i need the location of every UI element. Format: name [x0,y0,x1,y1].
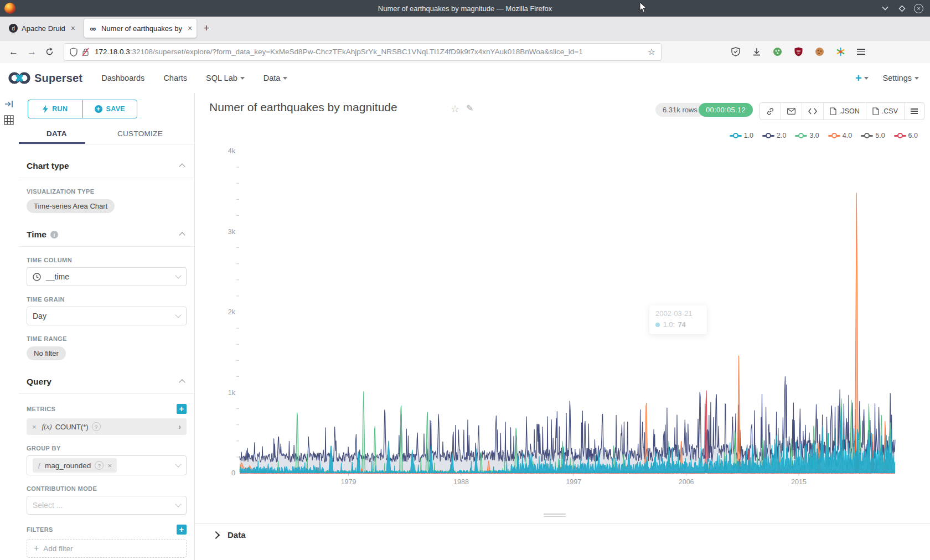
settings-menu[interactable]: Settings [883,74,919,82]
cookie-extension-icon[interactable] [815,47,824,56]
row-count-badge: 6.31k rows [655,103,705,117]
chevron-down-icon [283,77,287,80]
window-minimize-button[interactable] [881,4,890,13]
link-icon [766,107,774,116]
copy-link-button[interactable] [760,103,781,120]
svg-text:1k: 1k [228,389,236,397]
nav-item-charts[interactable]: Charts [163,74,187,82]
extension-green-icon[interactable] [773,47,782,56]
downloads-icon[interactable] [752,47,761,56]
dataset-grid-icon[interactable] [4,115,14,125]
collapse-panel-icon[interactable] [4,100,14,108]
section-query[interactable]: Query [27,376,187,388]
url-address-field[interactable]: 172.18.0.3:32108/superset/explore/?form_… [64,43,662,61]
save-button[interactable]: + SAVE [83,100,137,118]
browser-tab-druid[interactable]: d Apache Druid × [4,19,80,38]
ublock-shield-icon[interactable] [794,47,803,56]
chevron-down-icon [176,460,180,470]
edit-title-icon[interactable]: ✎ [466,103,473,113]
tab-close-icon[interactable]: × [71,24,75,33]
permissions-shield-icon[interactable] [70,48,78,56]
contribution-mode-select[interactable]: Select ... [27,496,187,515]
email-button[interactable] [781,103,802,120]
time-column-select[interactable]: __time [27,267,187,286]
metrics-label: METRICS + [27,404,187,414]
plus-circle-icon: + [95,105,102,113]
viz-type-pill[interactable]: Time-series Area Chart [27,199,115,213]
viz-type-label: VISUALIZATION TYPE [27,188,187,195]
nav-item-data[interactable]: Data [264,74,288,82]
active-tab-underline [19,142,85,144]
data-results-section: Data [195,523,930,560]
export-csv-button[interactable]: .CSV [866,103,905,120]
svg-text:2006: 2006 [679,478,694,486]
metric-item[interactable]: × f(x) COUNT(*) ? › [27,418,187,435]
chevron-right-icon[interactable]: › [178,422,181,431]
browser-tab-bar: d Apache Druid × ∞ Numer of earthquakes … [0,17,930,40]
superset-brand[interactable]: Superset [34,72,82,85]
code-icon [808,108,817,115]
superset-favicon: ∞ [89,24,97,33]
superset-navbar: Superset Dashboards Charts SQL Lab Data … [0,63,930,94]
add-new-button[interactable]: + [855,72,869,85]
chart-header: Numer of earthquakes by magnitude ☆ ✎ 6.… [195,93,930,124]
nav-item-sqllab[interactable]: SQL Lab [206,74,245,82]
question-icon: ? [92,422,101,431]
browser-menu-icon[interactable] [857,49,865,55]
favorite-star-icon[interactable]: ☆ [451,103,459,115]
chart-actions-group: .JSON .CSV [760,102,924,120]
time-range-pill[interactable]: No filter [27,346,66,360]
remove-metric-icon[interactable]: × [32,423,37,431]
chevron-down-icon [176,500,180,510]
section-time[interactable]: Time i [27,229,187,241]
add-filter-button[interactable]: + [177,525,187,535]
chevron-up-icon[interactable] [180,230,184,240]
insecure-lock-icon[interactable] [81,48,90,56]
window-maximize-button[interactable] [897,4,906,13]
envelope-icon [787,108,795,115]
panel-tabs: DATA CUSTOMIZE [27,125,187,144]
divider [19,246,194,247]
tab-data[interactable]: DATA [46,129,67,138]
chart-menu-button[interactable] [905,103,924,120]
embed-code-button[interactable] [802,103,824,120]
multicolor-extension-icon[interactable] [836,47,845,56]
resize-drag-handle[interactable] [544,514,566,518]
svg-text:2015: 2015 [791,478,807,486]
window-close-button[interactable]: × [914,4,923,13]
chevron-down-icon [176,272,180,282]
browser-tab-superset[interactable]: ∞ Numer of earthquakes by × [84,19,197,38]
data-section-header[interactable]: Data [213,530,246,540]
chart-title: Numer of earthquakes by magnitude [209,101,397,114]
divider [19,393,194,394]
run-button[interactable]: RUN [28,100,83,118]
section-chart-type[interactable]: Chart type [27,160,187,172]
timeseries-area-chart[interactable]: 01k2k3k4k19791988199720062015 [195,126,930,491]
groupby-select[interactable]: ƒ mag_rounded ? × [27,455,187,475]
window-title: Numer of earthquakes by magnitude — Mozi… [0,4,930,13]
reload-button[interactable] [45,48,54,56]
nav-item-dashboards[interactable]: Dashboards [101,74,144,82]
time-grain-select[interactable]: Day [27,307,187,325]
bookmark-star-icon[interactable]: ☆ [648,46,655,57]
divider [19,178,194,178]
remove-pill-icon[interactable]: × [107,462,112,470]
groupby-pill[interactable]: ƒ mag_rounded ? × [33,458,117,473]
tab-customize[interactable]: CUSTOMIZE [117,129,163,138]
export-json-button[interactable]: .JSON [824,103,866,120]
tracking-protection-shield-icon[interactable] [731,47,740,56]
chevron-up-icon[interactable] [180,161,184,171]
tab-close-icon[interactable]: × [188,24,192,33]
svg-text:1988: 1988 [453,478,469,486]
url-text: 172.18.0.3:32108/superset/explore/?form_… [95,48,643,56]
forward-button[interactable]: → [27,46,37,58]
new-tab-button[interactable]: + [203,22,209,34]
add-filter-dropzone[interactable]: + Add filter [27,539,187,558]
chevron-down-icon [240,77,245,80]
back-button[interactable]: ← [9,46,18,58]
svg-text:1997: 1997 [566,478,581,486]
druid-favicon: d [9,24,18,33]
add-metric-button[interactable]: + [177,404,187,414]
chevron-up-icon[interactable] [180,377,184,387]
svg-text:3k: 3k [228,228,236,236]
